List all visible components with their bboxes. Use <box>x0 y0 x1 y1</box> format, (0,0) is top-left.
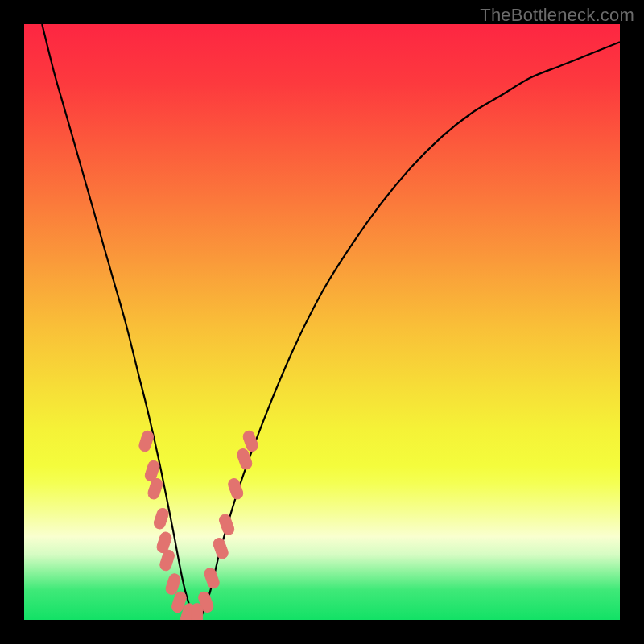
data-marker <box>203 567 221 590</box>
data-marker <box>153 507 170 530</box>
marker-group <box>138 429 259 620</box>
curve-layer <box>24 24 620 620</box>
data-marker <box>212 537 229 560</box>
watermark-text: TheBottleneck.com <box>480 5 634 26</box>
bottleneck-curve <box>42 24 620 620</box>
plot-area <box>24 24 620 620</box>
data-marker <box>138 429 155 452</box>
chart-frame: TheBottleneck.com <box>0 0 644 644</box>
data-marker <box>218 513 236 536</box>
